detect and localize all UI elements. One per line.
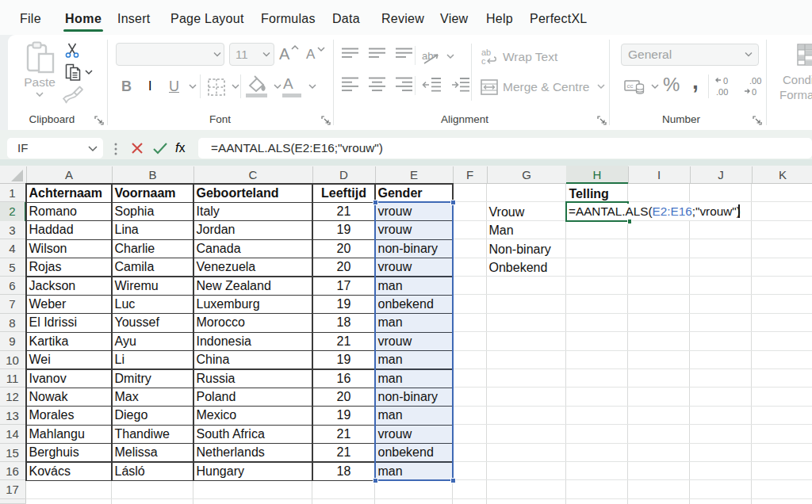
- svg-text:0: 0: [723, 76, 728, 86]
- svg-text:ab: ab: [422, 50, 433, 62]
- svg-text:0: 0: [752, 87, 756, 97]
- svg-text:.00: .00: [749, 76, 761, 86]
- svg-text:c: c: [481, 56, 486, 66]
- svg-text:.00: .00: [716, 87, 728, 97]
- svg-text:cc: cc: [627, 82, 634, 90]
